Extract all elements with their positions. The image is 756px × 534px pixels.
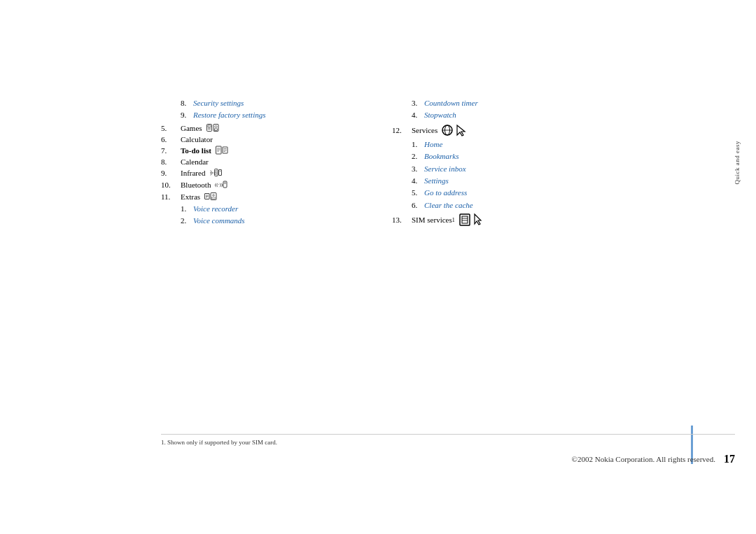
copyright-row: ©2002 Nokia Corporation. All rights rese… <box>161 453 735 465</box>
security-settings-link[interactable]: Security settings <box>193 98 244 108</box>
right-column: 3. Countdown timer 4. Stopwatch 12. Serv… <box>392 98 616 229</box>
clear-cache-link[interactable]: Clear the cache <box>424 200 473 211</box>
games-icons <box>206 123 219 133</box>
prev-section-subitems: 8. Security settings 9. Restore factory … <box>181 98 385 121</box>
content-area: 8. Security settings 9. Restore factory … <box>161 98 728 229</box>
go-to-address-link[interactable]: Go to address <box>424 188 467 198</box>
item-9-infrared: 9. Infrared <box>161 168 385 178</box>
svg-rect-34 <box>212 197 216 199</box>
services-5-num: 5. <box>412 188 424 198</box>
item-6-label: Calculator <box>181 135 213 143</box>
extras-subitems: 1. Voice recorder 2. Voice commands <box>181 204 385 227</box>
item-5-num: 5. <box>161 124 181 132</box>
restore-factory-link[interactable]: Restore factory settings <box>193 110 265 120</box>
item-9-label: Infrared <box>181 169 205 177</box>
services-1-num: 1. <box>412 139 424 150</box>
services-1-home: 1. Home <box>412 139 616 150</box>
services-icons <box>442 123 471 137</box>
item-13-label: SIM services <box>412 216 452 224</box>
bluetooth-icons: ((·)) <box>215 180 227 190</box>
item-6-calculator: 6. Calculator <box>161 135 385 143</box>
item-stopwatch: 4. Stopwatch <box>412 110 616 120</box>
stopwatch-num: 4. <box>412 110 424 120</box>
svg-point-24 <box>220 171 220 171</box>
page: Quick and easy 8. Security settings 9. R… <box>0 0 756 534</box>
stopwatch-link[interactable]: Stopwatch <box>424 110 456 120</box>
item-13-sim: 13. SIM services 1 <box>392 213 616 227</box>
extras-icons <box>204 192 217 202</box>
services-3-inbox: 3. Service inbox <box>412 164 616 174</box>
item-7-todo: 7. To-do list <box>161 146 385 155</box>
item-8-label: Calendar <box>181 157 209 166</box>
item-6-num: 6. <box>161 135 181 143</box>
svg-point-27 <box>225 182 226 183</box>
services-2-num: 2. <box>412 151 424 162</box>
item-9-num: 9. <box>181 110 193 120</box>
svg-rect-40 <box>462 216 468 223</box>
services-4-num: 4. <box>412 176 424 186</box>
item-12-services: 12. Services <box>392 123 616 137</box>
home-link[interactable]: Home <box>424 139 442 150</box>
left-column: 8. Security settings 9. Restore factory … <box>161 98 385 229</box>
services-5-goto: 5. Go to address <box>412 188 616 198</box>
todo-icons <box>216 146 228 155</box>
sim-footnote-ref: 1 <box>452 217 455 223</box>
svg-point-5 <box>215 125 217 127</box>
services-subitems: 1. Home 2. Bookmarks 3. Service inbox 4.… <box>412 139 616 211</box>
item-12-label: Services <box>412 126 438 134</box>
item-extras-2: 2. Voice commands <box>181 216 385 226</box>
svg-point-33 <box>213 195 215 197</box>
footnote-text: 1. Shown only if supported by your SIM c… <box>161 439 735 446</box>
timer-subitems: 3. Countdown timer 4. Stopwatch <box>412 98 616 121</box>
services-6-clear: 6. Clear the cache <box>412 200 616 211</box>
item-10-bluetooth: 10. Bluetooth ((·)) <box>161 180 385 190</box>
item-12-num: 12. <box>392 126 412 134</box>
svg-rect-7 <box>216 146 221 154</box>
svg-point-21 <box>216 170 217 171</box>
svg-rect-20 <box>215 169 218 176</box>
svg-marker-38 <box>457 125 465 136</box>
countdown-timer-link[interactable]: Countdown timer <box>424 98 478 108</box>
svg-rect-39 <box>460 214 470 225</box>
item-10-label: Bluetooth <box>181 181 211 189</box>
svg-rect-1 <box>208 125 211 127</box>
item-10-num: 10. <box>161 181 181 189</box>
bookmarks-link[interactable]: Bookmarks <box>424 151 459 162</box>
services-4-settings: 4. Settings <box>412 176 616 186</box>
two-columns: 8. Security settings 9. Restore factory … <box>161 98 728 229</box>
page-number: 17 <box>724 453 735 465</box>
svg-rect-6 <box>214 129 217 131</box>
svg-rect-22 <box>216 172 217 175</box>
item-11-extras: 11. Extras <box>161 192 385 202</box>
services-3-num: 3. <box>412 164 424 174</box>
item-13-num: 13. <box>392 216 412 224</box>
copyright-text: ©2002 Nokia Corporation. All rights rese… <box>572 455 715 463</box>
item-7-label: To-do list <box>181 146 211 155</box>
item-5-label: Games <box>181 124 202 132</box>
item-5-games: 5. Games <box>161 123 385 133</box>
extras-1-num: 1. <box>181 204 193 214</box>
item-8-security: 8. Security settings <box>181 98 385 108</box>
item-8-calendar: 8. Calendar <box>161 157 385 166</box>
voice-recorder-link[interactable]: Voice recorder <box>193 204 238 214</box>
item-countdown: 3. Countdown timer <box>412 98 616 108</box>
service-inbox-link[interactable]: Service inbox <box>424 164 466 174</box>
extras-2-num: 2. <box>181 216 193 226</box>
side-tab: Quick and easy <box>731 126 743 196</box>
item-9-num: 9. <box>161 169 181 177</box>
voice-commands-link[interactable]: Voice commands <box>193 216 245 226</box>
item-extras-1: 1. Voice recorder <box>181 204 385 214</box>
svg-rect-23 <box>219 169 222 175</box>
sim-icons <box>459 213 486 227</box>
item-7-num: 7. <box>161 146 181 155</box>
item-11-num: 11. <box>161 192 181 201</box>
item-8-num: 8. <box>161 157 181 166</box>
infrared-icons <box>209 168 222 178</box>
settings-link[interactable]: Settings <box>424 176 449 186</box>
item-9-restore: 9. Restore factory settings <box>181 110 385 120</box>
svg-marker-43 <box>475 214 481 225</box>
services-6-num: 6. <box>412 200 424 211</box>
footer: 1. Shown only if supported by your SIM c… <box>161 434 735 465</box>
countdown-num: 3. <box>412 98 424 108</box>
item-11-label: Extras <box>181 192 200 201</box>
